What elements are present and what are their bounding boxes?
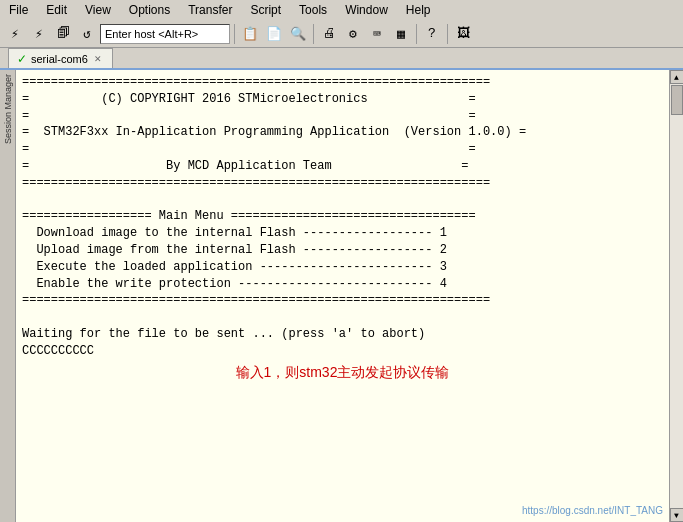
tab-active-indicator: ✓ — [17, 52, 27, 66]
toolbar-duplicate-icon[interactable]: 🗐 — [52, 23, 74, 45]
toolbar-print-icon[interactable]: 🖨 — [318, 23, 340, 45]
watermark: https://blog.csdn.net/INT_TANG — [522, 505, 663, 516]
scroll-up-button[interactable]: ▲ — [670, 70, 684, 84]
menu-window[interactable]: Window — [340, 2, 393, 18]
menu-view[interactable]: View — [80, 2, 116, 18]
terminal-area[interactable]: ========================================… — [16, 70, 669, 522]
main-area: Session Manager ========================… — [0, 70, 683, 522]
toolbar-new-icon[interactable]: ⚡ — [28, 23, 50, 45]
menu-file[interactable]: File — [4, 2, 33, 18]
sidebar: Session Manager — [0, 70, 16, 522]
menu-help[interactable]: Help — [401, 2, 436, 18]
tab-serial-com6[interactable]: ✓ serial-com6 ✕ — [8, 48, 113, 68]
scroll-thumb[interactable] — [671, 85, 683, 115]
menu-edit[interactable]: Edit — [41, 2, 72, 18]
menu-options[interactable]: Options — [124, 2, 175, 18]
toolbar-separator-2 — [313, 24, 314, 44]
toolbar-reconnect-icon[interactable]: ↺ — [76, 23, 98, 45]
tabbar: ✓ serial-com6 ✕ — [0, 48, 683, 70]
toolbar-help-icon[interactable]: ? — [421, 23, 443, 45]
tab-close-button[interactable]: ✕ — [92, 53, 104, 65]
toolbar-map-icon[interactable]: ▦ — [390, 23, 412, 45]
menu-tools[interactable]: Tools — [294, 2, 332, 18]
toolbar-separator-4 — [447, 24, 448, 44]
menu-transfer[interactable]: Transfer — [183, 2, 237, 18]
scroll-track[interactable] — [670, 84, 683, 508]
terminal-content: ========================================… — [22, 74, 663, 360]
host-input[interactable] — [100, 24, 230, 44]
toolbar-find-icon[interactable]: 🔍 — [287, 23, 309, 45]
toolbar: ⚡ ⚡ 🗐 ↺ 📋 📄 🔍 🖨 ⚙ ⌨ ▦ ? 🖼 — [0, 20, 683, 48]
annotation-text: 输入1，则stm32主动发起协议传输 — [22, 364, 663, 382]
toolbar-keymap-icon[interactable]: ⌨ — [366, 23, 388, 45]
toolbar-separator-1 — [234, 24, 235, 44]
menubar: File Edit View Options Transfer Script T… — [0, 0, 683, 20]
scroll-down-button[interactable]: ▼ — [670, 508, 684, 522]
toolbar-sessions-icon[interactable]: ⚡ — [4, 23, 26, 45]
toolbar-copy-icon[interactable]: 📋 — [239, 23, 261, 45]
sidebar-session-manager[interactable]: Session Manager — [3, 74, 13, 144]
menu-script[interactable]: Script — [245, 2, 286, 18]
toolbar-extra-icon[interactable]: 🖼 — [452, 23, 474, 45]
toolbar-settings-icon[interactable]: ⚙ — [342, 23, 364, 45]
scrollbar-vertical[interactable]: ▲ ▼ — [669, 70, 683, 522]
toolbar-separator-3 — [416, 24, 417, 44]
tab-label: serial-com6 — [31, 53, 88, 65]
toolbar-paste-icon[interactable]: 📄 — [263, 23, 285, 45]
